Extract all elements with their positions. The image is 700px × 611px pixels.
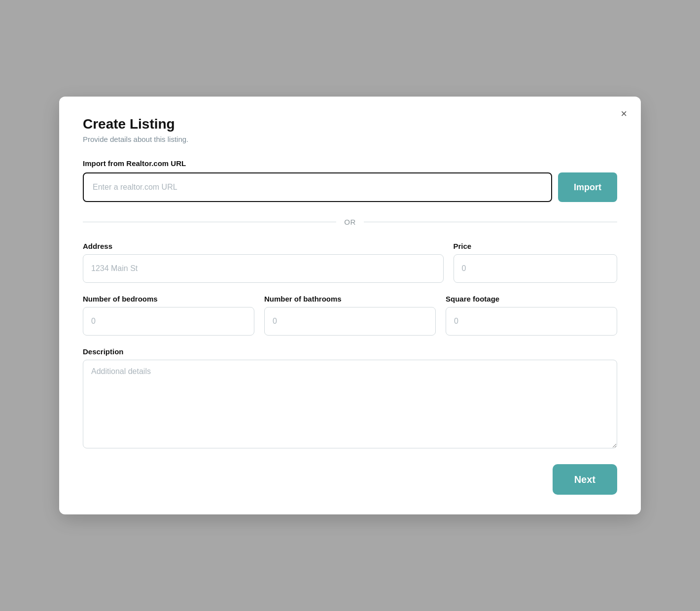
bathrooms-label: Number of bathrooms: [264, 295, 436, 303]
realtor-url-input[interactable]: [83, 172, 552, 202]
sqft-group: Square footage: [446, 295, 617, 336]
divider-text: OR: [344, 218, 356, 226]
description-group: Description: [83, 347, 617, 448]
bedrooms-label: Number of bedrooms: [83, 295, 254, 303]
modal-title: Create Listing: [83, 116, 617, 132]
address-price-row: Address Price: [83, 242, 617, 283]
price-group: Price: [454, 242, 618, 283]
modal-subtitle: Provide details about this listing.: [83, 135, 617, 143]
divider-line-right: [364, 222, 617, 222]
divider-row: OR: [83, 218, 617, 226]
modal-container: × Create Listing Provide details about t…: [59, 97, 641, 514]
next-button[interactable]: Next: [553, 464, 617, 495]
address-label: Address: [83, 242, 444, 250]
sqft-label: Square footage: [446, 295, 617, 303]
divider-line-left: [83, 222, 336, 222]
close-button[interactable]: ×: [619, 106, 629, 121]
modal-overlay: × Create Listing Provide details about t…: [0, 0, 700, 611]
price-input[interactable]: [454, 254, 618, 283]
bathrooms-group: Number of bathrooms: [264, 295, 436, 336]
sqft-input[interactable]: [446, 307, 617, 336]
bedrooms-group: Number of bedrooms: [83, 295, 254, 336]
address-input[interactable]: [83, 254, 444, 283]
price-label: Price: [454, 242, 618, 250]
bathrooms-input[interactable]: [264, 307, 436, 336]
footer-row: Next: [83, 464, 617, 495]
import-section-label: Import from Realtor.com URL: [83, 159, 617, 168]
description-label: Description: [83, 347, 617, 356]
import-button[interactable]: Import: [558, 172, 617, 202]
bed-bath-sqft-row: Number of bedrooms Number of bathrooms S…: [83, 295, 617, 336]
bedrooms-input[interactable]: [83, 307, 254, 336]
description-textarea[interactable]: [83, 360, 617, 448]
import-row: Import: [83, 172, 617, 202]
address-group: Address: [83, 242, 444, 283]
